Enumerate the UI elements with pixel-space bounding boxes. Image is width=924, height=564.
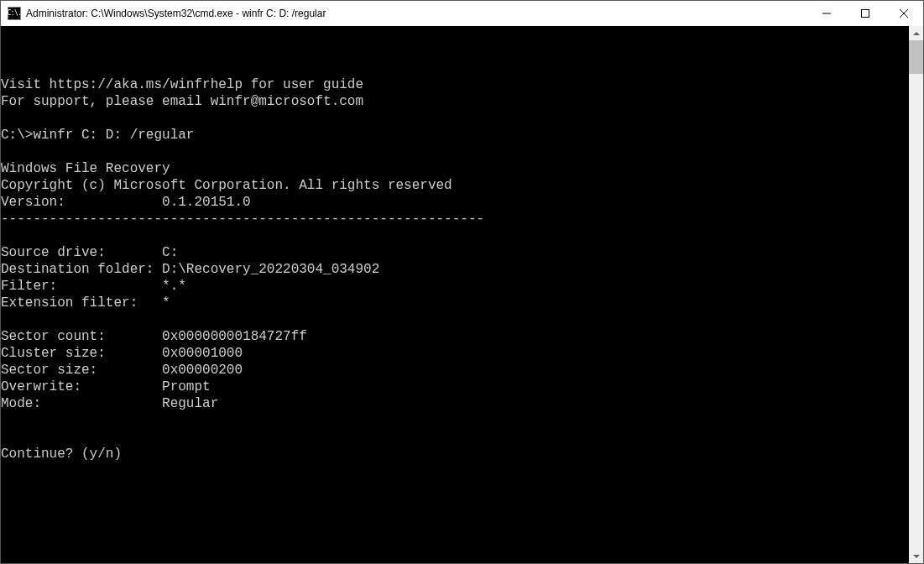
terminal-line: Version: 0.1.20151.0 xyxy=(1,194,909,211)
terminal-line xyxy=(1,412,909,429)
terminal-line xyxy=(1,311,909,328)
terminal-line: Filter: *.* xyxy=(1,278,909,295)
svg-marker-4 xyxy=(913,32,920,35)
close-icon xyxy=(900,9,908,18)
terminal-line xyxy=(1,144,909,160)
scroll-track[interactable] xyxy=(909,40,923,549)
terminal-line: Cluster size: 0x00001000 xyxy=(1,345,909,362)
client-area: Visit https://aka.ms/winfrhelp for user … xyxy=(1,26,923,563)
terminal-line: C:\>winfr C: D: /regular xyxy=(1,127,909,144)
close-button[interactable] xyxy=(885,1,923,26)
terminal-line: Visit https://aka.ms/winfrhelp for user … xyxy=(1,76,909,93)
terminal-line xyxy=(1,26,909,43)
terminal-line xyxy=(1,110,909,127)
window-title: Administrator: C:\Windows\System32\cmd.e… xyxy=(26,8,326,19)
svg-rect-1 xyxy=(862,10,869,18)
terminal-line: Sector count: 0x00000000184727ff xyxy=(1,328,909,345)
terminal-line xyxy=(1,429,909,446)
terminal-line xyxy=(1,43,909,60)
cmd-window: C:\. Administrator: C:\Windows\System32\… xyxy=(0,0,924,564)
svg-marker-5 xyxy=(913,555,920,558)
terminal-line xyxy=(1,60,909,76)
scroll-down-button[interactable] xyxy=(909,549,923,563)
vertical-scrollbar[interactable] xyxy=(909,26,923,563)
cmd-icon: C:\. xyxy=(8,7,21,20)
terminal-line: Overwrite: Prompt xyxy=(1,379,909,395)
terminal-line: ----------------------------------------… xyxy=(1,211,909,227)
terminal-line: Continue? (y/n) xyxy=(1,446,909,462)
terminal-line: Source drive: C: xyxy=(1,244,909,261)
terminal-line: For support, please email winfr@microsof… xyxy=(1,93,909,110)
terminal-line: Extension filter: * xyxy=(1,295,909,311)
scroll-up-button[interactable] xyxy=(909,26,923,40)
titlebar[interactable]: C:\. Administrator: C:\Windows\System32\… xyxy=(1,1,923,26)
terminal-line: Sector size: 0x00000200 xyxy=(1,362,909,379)
minimize-icon xyxy=(822,9,831,18)
window-controls xyxy=(807,1,923,26)
chevron-down-icon xyxy=(913,555,920,558)
chevron-up-icon xyxy=(913,32,920,35)
terminal-line: Windows File Recovery xyxy=(1,160,909,177)
maximize-icon xyxy=(861,9,869,18)
terminal-line xyxy=(1,227,909,244)
terminal-line: Mode: Regular xyxy=(1,395,909,412)
cmd-icon-text: C:\. xyxy=(7,10,21,17)
terminal-line: Copyright (c) Microsoft Corporation. All… xyxy=(1,177,909,194)
minimize-button[interactable] xyxy=(807,1,846,26)
terminal-line: Destination folder: D:\Recovery_20220304… xyxy=(1,261,909,278)
scroll-thumb[interactable] xyxy=(909,40,923,74)
terminal-output[interactable]: Visit https://aka.ms/winfrhelp for user … xyxy=(1,26,909,563)
maximize-button[interactable] xyxy=(846,1,885,26)
